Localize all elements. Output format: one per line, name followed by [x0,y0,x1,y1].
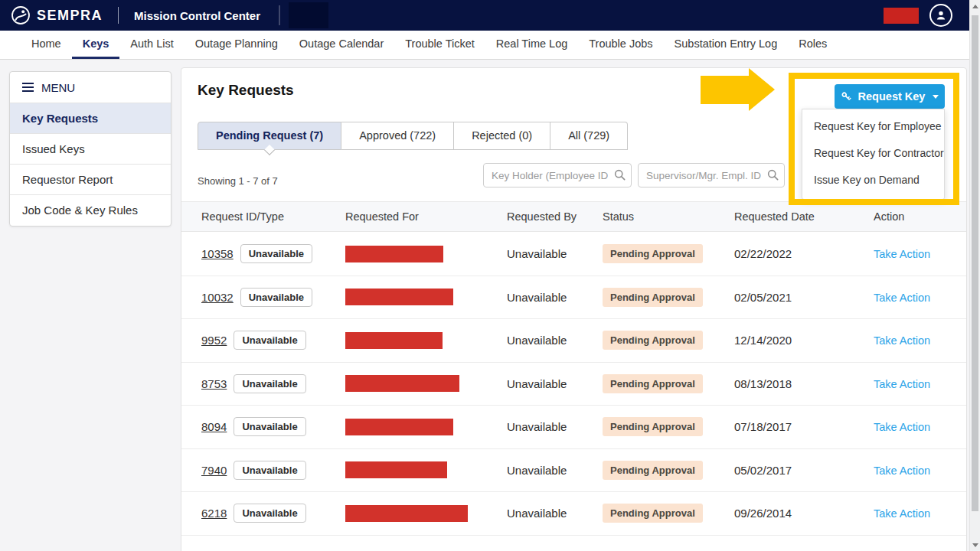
table-header: Request ID/Type Requested For Requested … [181,201,966,232]
requested-by-text: Unavailable [507,464,567,477]
take-action-link[interactable]: Take Action [874,334,930,347]
redaction-bar [345,419,453,435]
type-badge: Unavailable [234,331,305,350]
status-badge: Pending Approval [603,417,703,436]
scroll-down-arrow[interactable] [970,539,980,551]
search-icon[interactable] [766,168,779,181]
take-action-link[interactable]: Take Action [874,421,930,433]
sidebar-menu-header[interactable]: MENU [10,72,171,103]
request-id-link[interactable]: 10358 [201,247,234,260]
tab[interactable]: Rejected (0) [454,122,550,150]
tab[interactable]: All (729) [550,122,628,150]
status-badge: Pending Approval [603,461,703,480]
top-header: SEMPRA Mission Control Center [0,0,969,31]
showing-count: Showing 1 - 7 of 7 [198,175,278,187]
menu-item[interactable]: Issue Key on Demand [802,167,944,194]
request-key-menu: Request Key for Employee Request Key for… [802,109,945,200]
title-separator [279,5,280,25]
request-key-label: Request Key [858,90,926,103]
redaction-bar [345,461,447,478]
redacted-username-block [884,8,919,24]
table-row: 10032 Unavailable Unavailable Pending Ap… [181,276,966,320]
redaction-bar [345,332,443,349]
menu-item[interactable]: Request Key for Contractor [802,140,944,167]
redaction-bar [345,246,443,262]
take-action-link[interactable]: Take Action [874,248,930,260]
requested-by-text: Unavailable [507,247,567,260]
type-badge: Unavailable [240,244,312,263]
nav-item[interactable]: Outage Planning [185,31,289,59]
request-id-link[interactable]: 10032 [201,291,234,304]
nav-item[interactable]: Outage Calendar [289,31,394,59]
brand-separator [118,7,119,24]
request-id-link[interactable]: 8094 [201,420,227,433]
page-title: Key Requests [198,82,294,99]
requested-by-text: Unavailable [507,334,567,347]
status-badge: Pending Approval [603,504,703,523]
sidebar-item[interactable]: Key Requests [10,103,171,134]
request-id-link[interactable]: 7940 [201,464,227,477]
nav-item[interactable]: Home [21,31,72,59]
request-id-link[interactable]: 9952 [201,334,227,347]
requested-by-text: Unavailable [507,377,567,390]
table-body: 10358 Unavailable Unavailable Pending Ap… [181,233,966,551]
main-card: Key Requests Pending Request (7) Approve… [181,67,967,551]
column-header-status: Status [603,210,734,223]
request-id-link[interactable]: 8753 [201,377,227,390]
requested-date: 08/13/2018 [734,377,792,390]
take-action-link[interactable]: Take Action [874,465,930,477]
key-holder-search-input[interactable] [483,163,632,187]
type-badge: Unavailable [234,417,305,436]
requested-by-text: Unavailable [507,507,567,520]
column-header-requested-date: Requested Date [734,210,874,223]
brand: SEMPRA Mission Control Center [11,2,328,28]
sempra-logo-icon [11,5,31,25]
request-id-link[interactable]: 6218 [201,507,227,520]
brand-text: SEMPRA [37,8,103,24]
column-header-requested-for: Requested For [345,210,507,223]
type-badge: Unavailable [234,461,305,480]
type-badge: Unavailable [234,504,305,523]
table-row: 7940 Unavailable Unavailable Pending App… [181,449,966,493]
menu-label: MENU [41,81,75,94]
table-row: 8753 Unavailable Unavailable Pending App… [181,363,966,406]
nav-item[interactable]: Auth List [119,31,184,59]
supervisor-search-input[interactable] [638,163,785,187]
requested-date: 05/02/2017 [734,464,792,477]
status-badge: Pending Approval [603,331,703,350]
tab[interactable]: Approved (722) [341,122,454,150]
menu-item[interactable]: Request Key for Employee [802,113,944,140]
requested-by-text: Unavailable [507,420,567,433]
redaction-bar [345,289,453,305]
take-action-link[interactable]: Take Action [874,292,930,304]
caret-down-icon [933,95,939,99]
user-avatar-button[interactable] [929,4,952,27]
requested-date: 02/22/2022 [734,247,792,260]
scroll-up-arrow[interactable] [970,0,980,12]
table-row: 9952 Unavailable Unavailable Pending App… [181,319,966,363]
key-icon [841,91,852,103]
scroll-thumb[interactable] [972,15,978,511]
table-row: 8094 Unavailable Unavailable Pending App… [181,406,966,449]
take-action-link[interactable]: Take Action [874,378,930,390]
nav-item[interactable]: Trouble Jobs [578,31,663,59]
take-action-link[interactable]: Take Action [874,507,930,520]
vertical-scrollbar[interactable] [969,0,980,551]
requested-date: 02/05/2021 [734,291,792,304]
nav-item[interactable]: Roles [788,31,838,59]
status-badge: Pending Approval [603,288,703,307]
requested-date: 07/18/2017 [734,420,792,433]
nav-item[interactable]: Real Time Log [485,31,579,59]
request-key-button[interactable]: Request Key [835,84,945,109]
nav-item[interactable]: Substation Entry Log [664,31,789,59]
header-right [884,4,952,27]
search-icon[interactable] [613,168,626,181]
sidebar-item[interactable]: Issued Keys [10,134,171,165]
tab[interactable]: Pending Request (7) [198,122,341,150]
sidebar-item[interactable]: Requestor Report [10,165,171,195]
primary-nav: Home Keys Auth List Outage Planning Outa… [0,31,969,60]
nav-item[interactable]: Keys [72,31,120,59]
sidebar-item[interactable]: Job Code & Key Rules [10,195,171,226]
supervisor-search [638,163,785,187]
nav-item[interactable]: Trouble Ticket [394,31,485,59]
